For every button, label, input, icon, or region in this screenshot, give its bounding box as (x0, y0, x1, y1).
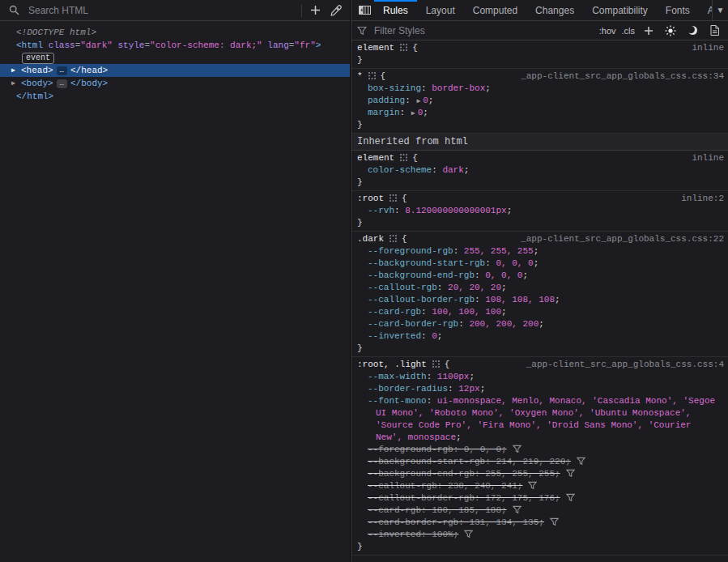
eyedropper-icon[interactable] (328, 2, 344, 19)
property-colon: : (405, 96, 415, 105)
css-declaration[interactable]: --card-rgb: 180, 185, 188; (351, 505, 728, 517)
sidebar-toggle-icon[interactable] (356, 2, 373, 19)
expand-arrow-icon[interactable]: ▶ (11, 77, 21, 90)
css-declaration[interactable]: --border-radius: 12px; (351, 383, 728, 395)
rule-source-link[interactable]: _app-client_src_app_globals_css.css:4 (526, 359, 724, 371)
markup-row-html-close[interactable]: </html> (0, 90, 350, 103)
markup-row-body[interactable]: ▶<body>…</body> (0, 77, 350, 90)
overridden-filter-icon[interactable] (577, 457, 585, 466)
overridden-filter-icon[interactable] (513, 505, 522, 514)
rule-source-link[interactable]: _app-client_src_app_globals_css.css:22 (521, 233, 724, 245)
css-declaration[interactable]: --rvh: 8.120000000000001px; (351, 205, 728, 217)
css-rule: element{inlinecolor-scheme: dark;} (351, 151, 728, 191)
overridden-filter-icon[interactable] (464, 530, 473, 539)
selector-highlighter-icon[interactable] (432, 360, 440, 368)
declaration-text: --foreground-rgb: 0, 0, 0; (368, 445, 507, 454)
declaration-text: --card-rgb: 180, 185, 188; (368, 505, 507, 515)
markup-row-doctype[interactable]: <!DOCTYPE html> (0, 26, 350, 39)
tab-computed[interactable]: Computed (464, 0, 526, 20)
overridden-filter-icon[interactable] (566, 469, 575, 478)
css-declaration[interactable]: --card-border-rgb: 131, 134, 135; (351, 517, 728, 529)
rule-source-link[interactable]: inline (692, 42, 724, 54)
css-declaration[interactable]: --foreground-rgb: 255, 255, 255; (351, 245, 728, 258)
rule-source-link[interactable]: _app-client_src_app_globals_css.css:34 (521, 70, 724, 83)
property-colon: : (458, 517, 469, 527)
rule-selector[interactable]: :root, .light (357, 360, 427, 369)
property-name: --background-start-rgb (368, 457, 485, 466)
css-declaration[interactable]: --background-start-rgb: 0, 0, 0; (351, 258, 728, 270)
css-declaration[interactable]: margin: 0; (351, 107, 728, 119)
add-rule-button[interactable] (641, 23, 657, 39)
create-node-button[interactable] (307, 2, 323, 19)
css-declaration[interactable]: --callout-border-rgb: 108, 108, 108; (351, 294, 728, 306)
rule-selector[interactable]: .dark (357, 234, 384, 244)
markup-row-head[interactable]: ▶<head>…</head> (0, 64, 350, 77)
css-declaration[interactable]: --inverted: 100%; (351, 529, 728, 541)
value-expand-arrow-icon[interactable] (415, 96, 423, 105)
property-colon: : (453, 445, 464, 454)
css-declaration[interactable]: --font-mono: ui-monospace, Menlo, Monaco… (351, 395, 728, 444)
css-declaration[interactable]: color-scheme: dark; (351, 164, 728, 177)
property-name: --callout-border-rgb (368, 295, 475, 304)
declaration-semicolon: ; (565, 457, 571, 466)
css-rule: :root{inline:2--rvh: 8.120000000000001px… (351, 191, 728, 232)
selector-highlighter-icon[interactable] (390, 235, 397, 242)
collapsed-content-badge[interactable]: … (57, 79, 67, 88)
tab-fonts[interactable]: Fonts (657, 0, 699, 20)
markup-row-html-open[interactable]: <html class="dark" style="color-scheme: … (0, 39, 350, 52)
value-expand-arrow-icon[interactable] (411, 108, 418, 117)
toggle-pseudo-classes-button[interactable]: :hov (599, 26, 616, 36)
css-declaration[interactable]: --background-end-rgb: 0, 0, 0; (351, 270, 728, 282)
css-declaration[interactable]: --callout-rgb: 238, 240, 241; (351, 480, 728, 492)
declaration-text: --max-width: 1100px; (368, 372, 475, 381)
css-declaration[interactable]: --foreground-rgb: 0, 0, 0; (351, 444, 728, 456)
expand-arrow-icon[interactable]: ▶ (11, 64, 21, 77)
overridden-filter-icon[interactable] (513, 445, 522, 453)
css-declaration[interactable]: --max-width: 1100px; (351, 371, 728, 383)
css-declaration[interactable]: --card-rgb: 100, 100, 100; (351, 306, 728, 318)
tab-label: Computed (473, 5, 517, 16)
css-declaration[interactable]: --background-start-rgb: 214, 219, 220; (351, 456, 728, 468)
collapsed-content-badge[interactable]: … (57, 66, 67, 75)
property-name: --font-mono (368, 396, 427, 406)
rule-selector[interactable]: * (357, 71, 363, 81)
property-value: 131, 134, 135 (469, 517, 539, 527)
overridden-filter-icon[interactable] (528, 481, 537, 490)
overridden-filter-icon[interactable] (566, 493, 575, 502)
tab-changes[interactable]: Changes (526, 0, 583, 20)
filter-styles-input[interactable] (373, 24, 594, 37)
dark-theme-simulation-icon[interactable] (684, 23, 700, 39)
rule-source-link[interactable]: inline:2 (681, 193, 724, 205)
property-value: 172, 175, 176 (485, 493, 555, 503)
rule-selector[interactable]: element (357, 43, 394, 53)
print-simulation-icon[interactable] (706, 23, 722, 39)
property-value: 0 (432, 331, 437, 341)
rule-selector[interactable]: :root (357, 194, 384, 203)
light-theme-simulation-icon[interactable] (662, 23, 679, 39)
tab-a[interactable]: A (699, 0, 712, 20)
search-input[interactable] (27, 4, 296, 17)
property-colon: : (421, 530, 432, 539)
css-declaration[interactable]: --card-border-rgb: 200, 200, 200; (351, 318, 728, 330)
tab-compatibility[interactable]: Compatibility (583, 0, 657, 20)
all-tabs-menu-button[interactable]: ▼ (712, 0, 728, 20)
tab-rules[interactable]: Rules (374, 0, 417, 20)
css-declaration[interactable]: --callout-rgb: 20, 20, 20; (351, 282, 728, 294)
event-badge[interactable]: event (22, 53, 54, 64)
css-declaration[interactable]: --background-end-rgb: 255, 255, 255; (351, 468, 728, 480)
declaration-text: --background-end-rgb: 0, 0, 0; (368, 270, 528, 280)
selector-highlighter-icon[interactable] (400, 154, 407, 161)
selector-highlighter-icon[interactable] (400, 44, 407, 51)
overridden-filter-icon[interactable] (550, 517, 559, 526)
selector-highlighter-icon[interactable] (368, 72, 376, 79)
property-colon: : (421, 83, 432, 93)
css-declaration[interactable]: box-sizing: border-box; (351, 83, 728, 95)
rule-source-link[interactable]: inline (692, 152, 724, 164)
css-declaration[interactable]: --callout-border-rgb: 172, 175, 176; (351, 492, 728, 505)
rule-selector[interactable]: element (357, 153, 394, 163)
css-declaration[interactable]: padding: 0; (351, 95, 728, 107)
selector-highlighter-icon[interactable] (390, 194, 397, 202)
toggle-classes-button[interactable]: .cls (622, 26, 636, 36)
tab-layout[interactable]: Layout (417, 0, 464, 20)
css-declaration[interactable]: --inverted: 0; (351, 330, 728, 343)
